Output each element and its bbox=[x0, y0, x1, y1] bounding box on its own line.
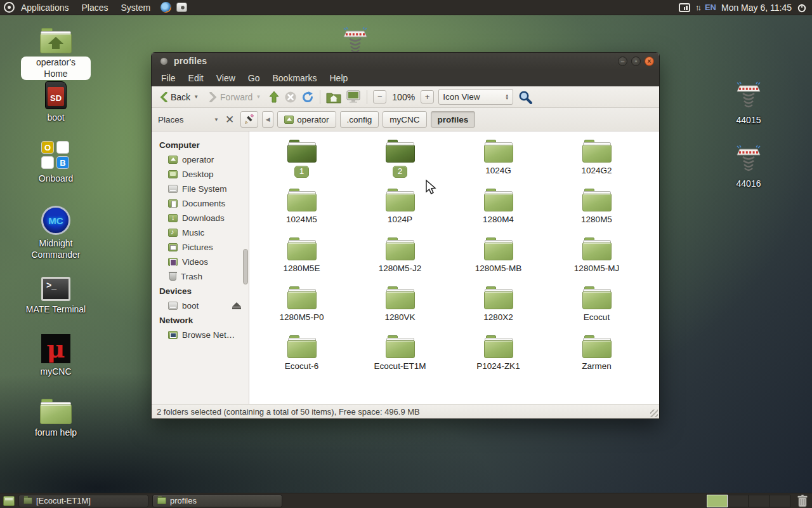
desktop-icon-forum-help[interactable]: forum help bbox=[21, 399, 91, 439]
folder-item[interactable]: Ecocut-6 bbox=[252, 332, 351, 381]
file-view[interactable]: 1 2 1024G 1024G2 1024M5 1024P 1280M4 128… bbox=[249, 131, 659, 404]
sidebar-mode-select[interactable]: Places▼ bbox=[158, 115, 219, 124]
folder-icon bbox=[40, 399, 72, 424]
network-updown-icon[interactable]: ↑↓ bbox=[695, 3, 700, 12]
folder-item[interactable]: Zarmen bbox=[547, 332, 646, 381]
taskbar-item-profiles[interactable]: profiles bbox=[152, 495, 282, 507]
folder-icon bbox=[484, 140, 513, 163]
breadcrumb-config[interactable]: .config bbox=[340, 111, 379, 128]
edit-location-button[interactable] bbox=[240, 111, 258, 128]
breadcrumb-mycnc[interactable]: myCNC bbox=[383, 111, 426, 128]
folder-item[interactable]: 1280M5E bbox=[252, 234, 351, 283]
refresh-button[interactable] bbox=[301, 91, 314, 104]
folder-item[interactable]: 1280M5-P0 bbox=[252, 283, 351, 332]
show-desktop-button[interactable] bbox=[3, 496, 15, 506]
sidebar-item-documents[interactable]: Documents bbox=[152, 196, 249, 211]
sidebar-item-videos[interactable]: Videos bbox=[152, 255, 249, 269]
workspace-1-active[interactable] bbox=[707, 495, 728, 507]
home-button[interactable] bbox=[326, 90, 341, 104]
sidebar-item-trash[interactable]: Trash bbox=[152, 269, 249, 284]
documents-mini-icon bbox=[168, 199, 178, 208]
stop-button[interactable] bbox=[284, 91, 297, 104]
workspace-switcher[interactable] bbox=[707, 495, 790, 507]
workspace-3[interactable] bbox=[749, 495, 769, 507]
firefox-launcher-icon[interactable] bbox=[160, 2, 171, 13]
taskbar-item-ecocut[interactable]: [Ecocut-ET1M] bbox=[18, 495, 148, 507]
minimize-button[interactable]: – bbox=[618, 57, 627, 66]
close-button[interactable]: × bbox=[645, 57, 654, 66]
folder-item[interactable]: 1280M5-J2 bbox=[351, 234, 449, 283]
eject-icon[interactable] bbox=[232, 302, 241, 309]
workspace-2[interactable] bbox=[728, 495, 749, 507]
sidebar-item-downloads[interactable]: Downloads bbox=[152, 211, 249, 225]
sidebar-scrollbar[interactable] bbox=[243, 249, 248, 284]
folder-item[interactable]: 1 bbox=[252, 137, 351, 185]
close-sidebar-icon[interactable]: ✕ bbox=[223, 113, 237, 126]
desktop-icon-mate-terminal[interactable]: >_ MATE Terminal bbox=[21, 277, 91, 316]
titlebar[interactable]: profiles – ▫ × bbox=[152, 53, 659, 69]
maximize-button[interactable]: ▫ bbox=[631, 57, 641, 66]
sidebar-item-operator[interactable]: operator bbox=[152, 152, 249, 167]
menu-file[interactable]: File bbox=[155, 71, 181, 85]
folder-item[interactable]: 1280M5 bbox=[547, 185, 646, 234]
keyboard-layout-indicator[interactable]: EN bbox=[705, 3, 716, 12]
sidebar-item-pictures[interactable]: Pictures bbox=[152, 240, 249, 255]
resize-grip[interactable] bbox=[650, 410, 658, 417]
computer-button[interactable] bbox=[346, 90, 361, 104]
folder-item[interactable]: 2 bbox=[351, 137, 449, 185]
menu-applications[interactable]: Applications bbox=[15, 0, 75, 15]
folder-item[interactable]: 1280X2 bbox=[449, 283, 547, 332]
back-button[interactable]: Back▼ bbox=[157, 90, 202, 104]
folder-item[interactable]: P1024-ZK1 bbox=[449, 332, 547, 381]
folder-item[interactable]: 1024G bbox=[449, 137, 547, 185]
menu-go[interactable]: Go bbox=[242, 71, 266, 85]
view-mode-select[interactable]: Icon View ▲▼ bbox=[438, 89, 513, 105]
sidebar-item-file-system[interactable]: File System bbox=[152, 182, 249, 196]
desktop-icon-midnight-commander[interactable]: MC Midnight Commander bbox=[21, 206, 91, 260]
scroll-crumbs-left-button[interactable]: ◀ bbox=[262, 111, 273, 128]
sidebar-item-music[interactable]: Music bbox=[152, 225, 249, 240]
menu-edit[interactable]: Edit bbox=[183, 71, 209, 85]
folder-item[interactable]: 1024P bbox=[351, 185, 449, 234]
screenshot-launcher-icon[interactable] bbox=[176, 3, 187, 12]
menu-places[interactable]: Places bbox=[75, 0, 115, 15]
folder-item[interactable]: 1280VK bbox=[351, 283, 449, 332]
sidebar-item-boot[interactable]: boot bbox=[152, 298, 249, 313]
folder-icon bbox=[386, 189, 415, 211]
menu-system[interactable]: System bbox=[115, 0, 157, 15]
distro-logo-icon[interactable] bbox=[4, 2, 15, 13]
search-button[interactable] bbox=[518, 90, 533, 105]
up-button[interactable] bbox=[268, 91, 280, 104]
folder-item[interactable]: 1280M5-MJ bbox=[547, 234, 646, 283]
folder-item[interactable]: Ecocut-ET1M bbox=[351, 332, 449, 381]
forward-button[interactable]: Forward▼ bbox=[206, 90, 264, 104]
zoom-out-button[interactable]: − bbox=[373, 90, 386, 104]
folder-item[interactable]: 1024G2 bbox=[547, 137, 646, 185]
clock[interactable]: Mon May 6, 11:45 bbox=[721, 3, 792, 13]
sidebar-item-desktop[interactable]: Desktop bbox=[152, 167, 249, 182]
desktop-icon-44016[interactable]: 44016 bbox=[714, 145, 783, 190]
breadcrumb-operator[interactable]: operator bbox=[277, 111, 336, 128]
folder-item[interactable]: 1280M4 bbox=[449, 185, 547, 234]
zoom-in-button[interactable]: + bbox=[421, 90, 434, 104]
desktop-icon-44015[interactable]: 44015 bbox=[714, 81, 783, 126]
folder-item[interactable]: Ecocut bbox=[547, 283, 646, 332]
menu-help[interactable]: Help bbox=[324, 71, 354, 85]
power-icon[interactable] bbox=[797, 3, 807, 13]
desktop-icon-operators-home[interactable]: operator's Home bbox=[21, 28, 91, 80]
folder-icon bbox=[582, 335, 612, 358]
menu-view[interactable]: View bbox=[211, 71, 241, 85]
breadcrumb-profiles[interactable]: profiles bbox=[431, 111, 476, 128]
folder-item[interactable]: 1024M5 bbox=[252, 185, 351, 234]
sidebar-item-browse-network[interactable]: Browse Net… bbox=[152, 328, 249, 342]
spring-table-icon bbox=[733, 81, 764, 112]
system-monitor-icon[interactable] bbox=[679, 3, 690, 12]
desktop-icon-mycnc[interactable]: μ myCNC bbox=[21, 334, 91, 378]
sidebar-header-computer: Computer bbox=[152, 138, 249, 152]
desktop-icon-onboard[interactable]: OB Onboard bbox=[21, 141, 91, 185]
folder-item[interactable]: 1280M5-MB bbox=[449, 234, 547, 283]
trash-applet-icon[interactable] bbox=[796, 494, 809, 508]
desktop-icon-boot[interactable]: boot bbox=[21, 81, 91, 124]
workspace-4[interactable] bbox=[769, 495, 790, 507]
menu-bookmarks[interactable]: Bookmarks bbox=[266, 71, 322, 85]
